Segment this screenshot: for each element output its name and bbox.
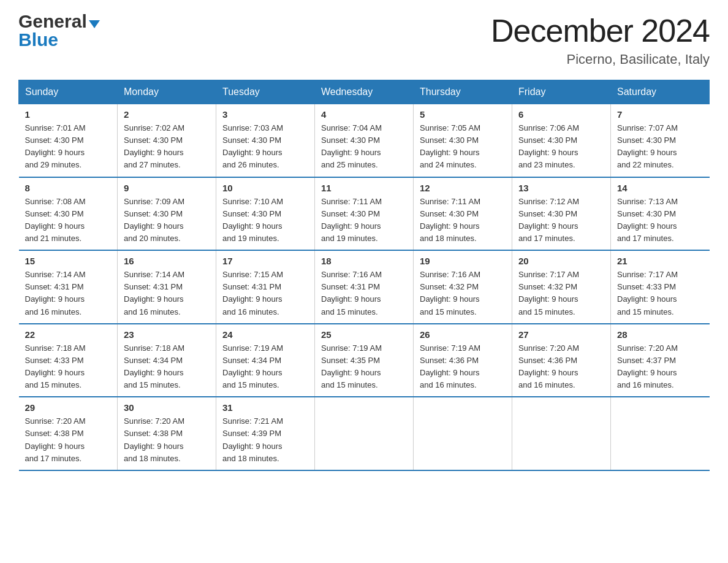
calendar-table: Sunday Monday Tuesday Wednesday Thursday…	[18, 80, 710, 471]
table-row: 27 Sunrise: 7:20 AMSunset: 4:36 PMDaylig…	[512, 324, 611, 397]
day-number: 18	[321, 256, 407, 266]
day-info: Sunrise: 7:01 AMSunset: 4:30 PMDaylight:…	[25, 123, 86, 169]
header-sunday: Sunday	[19, 80, 118, 104]
table-row: 1 Sunrise: 7:01 AMSunset: 4:30 PMDayligh…	[19, 104, 118, 177]
header-thursday: Thursday	[414, 80, 512, 104]
day-info: Sunrise: 7:08 AMSunset: 4:30 PMDaylight:…	[25, 197, 86, 243]
day-number: 15	[25, 256, 112, 266]
table-row: 29 Sunrise: 7:20 AMSunset: 4:38 PMDaylig…	[19, 397, 118, 470]
day-info: Sunrise: 7:14 AMSunset: 4:31 PMDaylight:…	[124, 270, 184, 316]
day-number: 14	[617, 183, 703, 193]
day-number: 22	[25, 329, 112, 340]
title-block: December 2024 Picerno, Basilicate, Italy	[491, 12, 710, 67]
calendar-header-row: Sunday Monday Tuesday Wednesday Thursday…	[19, 80, 710, 104]
day-number: 24	[222, 329, 308, 340]
table-row: 16 Sunrise: 7:14 AMSunset: 4:31 PMDaylig…	[118, 250, 216, 324]
table-row: 20 Sunrise: 7:17 AMSunset: 4:32 PMDaylig…	[512, 250, 611, 324]
table-row: 31 Sunrise: 7:21 AMSunset: 4:39 PMDaylig…	[216, 397, 315, 470]
table-row	[512, 397, 611, 470]
day-info: Sunrise: 7:09 AMSunset: 4:30 PMDaylight:…	[124, 197, 184, 243]
day-info: Sunrise: 7:11 AMSunset: 4:30 PMDaylight:…	[420, 197, 480, 243]
day-number: 20	[518, 256, 604, 266]
day-info: Sunrise: 7:20 AMSunset: 4:38 PMDaylight:…	[25, 416, 86, 462]
table-row: 11 Sunrise: 7:11 AMSunset: 4:30 PMDaylig…	[315, 177, 414, 251]
day-info: Sunrise: 7:21 AMSunset: 4:39 PMDaylight:…	[222, 416, 283, 462]
table-row: 23 Sunrise: 7:18 AMSunset: 4:34 PMDaylig…	[118, 324, 216, 397]
table-row: 28 Sunrise: 7:20 AMSunset: 4:37 PMDaylig…	[611, 324, 710, 397]
table-row: 7 Sunrise: 7:07 AMSunset: 4:30 PMDayligh…	[611, 104, 710, 177]
day-info: Sunrise: 7:16 AMSunset: 4:32 PMDaylight:…	[420, 270, 480, 316]
location-subtitle: Picerno, Basilicate, Italy	[491, 52, 710, 67]
table-row: 30 Sunrise: 7:20 AMSunset: 4:38 PMDaylig…	[118, 397, 216, 470]
logo-blue: Blue	[18, 29, 58, 50]
day-number: 28	[617, 329, 703, 340]
calendar-week-row: 15 Sunrise: 7:14 AMSunset: 4:31 PMDaylig…	[19, 250, 710, 324]
day-info: Sunrise: 7:13 AMSunset: 4:30 PMDaylight:…	[617, 197, 678, 243]
day-number: 23	[124, 329, 210, 340]
table-row	[611, 397, 710, 470]
day-number: 29	[25, 402, 112, 413]
day-number: 9	[124, 183, 210, 193]
calendar-week-row: 1 Sunrise: 7:01 AMSunset: 4:30 PMDayligh…	[19, 104, 710, 177]
day-number: 17	[222, 256, 308, 266]
table-row: 14 Sunrise: 7:13 AMSunset: 4:30 PMDaylig…	[611, 177, 710, 251]
header-wednesday: Wednesday	[315, 80, 414, 104]
table-row: 25 Sunrise: 7:19 AMSunset: 4:35 PMDaylig…	[315, 324, 414, 397]
day-info: Sunrise: 7:18 AMSunset: 4:33 PMDaylight:…	[25, 343, 86, 389]
day-number: 26	[420, 329, 506, 340]
table-row: 15 Sunrise: 7:14 AMSunset: 4:31 PMDaylig…	[19, 250, 118, 324]
table-row: 24 Sunrise: 7:19 AMSunset: 4:34 PMDaylig…	[216, 324, 315, 397]
header-tuesday: Tuesday	[216, 80, 315, 104]
day-info: Sunrise: 7:03 AMSunset: 4:30 PMDaylight:…	[222, 123, 283, 169]
header-friday: Friday	[512, 80, 611, 104]
table-row: 8 Sunrise: 7:08 AMSunset: 4:30 PMDayligh…	[19, 177, 118, 251]
calendar-week-row: 29 Sunrise: 7:20 AMSunset: 4:38 PMDaylig…	[19, 397, 710, 470]
header-monday: Monday	[118, 80, 216, 104]
day-number: 5	[420, 109, 506, 120]
table-row: 6 Sunrise: 7:06 AMSunset: 4:30 PMDayligh…	[512, 104, 611, 177]
calendar-week-row: 8 Sunrise: 7:08 AMSunset: 4:30 PMDayligh…	[19, 177, 710, 251]
table-row: 18 Sunrise: 7:16 AMSunset: 4:31 PMDaylig…	[315, 250, 414, 324]
day-number: 6	[518, 109, 604, 120]
table-row: 26 Sunrise: 7:19 AMSunset: 4:36 PMDaylig…	[414, 324, 512, 397]
day-info: Sunrise: 7:18 AMSunset: 4:34 PMDaylight:…	[124, 343, 184, 389]
day-number: 19	[420, 256, 506, 266]
day-number: 3	[222, 109, 308, 120]
table-row	[315, 397, 414, 470]
logo-general: General	[18, 12, 87, 31]
day-number: 8	[25, 183, 112, 193]
table-row: 13 Sunrise: 7:12 AMSunset: 4:30 PMDaylig…	[512, 177, 611, 251]
day-info: Sunrise: 7:06 AMSunset: 4:30 PMDaylight:…	[518, 123, 579, 169]
day-number: 27	[518, 329, 604, 340]
day-info: Sunrise: 7:20 AMSunset: 4:36 PMDaylight:…	[518, 343, 579, 389]
day-number: 25	[321, 329, 407, 340]
day-info: Sunrise: 7:19 AMSunset: 4:35 PMDaylight:…	[321, 343, 382, 389]
day-info: Sunrise: 7:11 AMSunset: 4:30 PMDaylight:…	[321, 197, 382, 243]
table-row: 12 Sunrise: 7:11 AMSunset: 4:30 PMDaylig…	[414, 177, 512, 251]
day-number: 16	[124, 256, 210, 266]
day-info: Sunrise: 7:05 AMSunset: 4:30 PMDaylight:…	[420, 123, 480, 169]
month-year-title: December 2024	[491, 12, 710, 49]
day-number: 10	[222, 183, 308, 193]
day-number: 4	[321, 109, 407, 120]
day-info: Sunrise: 7:17 AMSunset: 4:33 PMDaylight:…	[617, 270, 678, 316]
page-header: General Blue December 2024 Picerno, Basi…	[18, 12, 710, 67]
table-row	[414, 397, 512, 470]
table-row: 19 Sunrise: 7:16 AMSunset: 4:32 PMDaylig…	[414, 250, 512, 324]
table-row: 2 Sunrise: 7:02 AMSunset: 4:30 PMDayligh…	[118, 104, 216, 177]
day-info: Sunrise: 7:04 AMSunset: 4:30 PMDaylight:…	[321, 123, 382, 169]
day-number: 13	[518, 183, 604, 193]
table-row: 4 Sunrise: 7:04 AMSunset: 4:30 PMDayligh…	[315, 104, 414, 177]
day-number: 11	[321, 183, 407, 193]
table-row: 10 Sunrise: 7:10 AMSunset: 4:30 PMDaylig…	[216, 177, 315, 251]
table-row: 9 Sunrise: 7:09 AMSunset: 4:30 PMDayligh…	[118, 177, 216, 251]
day-number: 1	[25, 109, 112, 120]
day-info: Sunrise: 7:10 AMSunset: 4:30 PMDaylight:…	[222, 197, 283, 243]
day-info: Sunrise: 7:16 AMSunset: 4:31 PMDaylight:…	[321, 270, 382, 316]
header-saturday: Saturday	[611, 80, 710, 104]
day-info: Sunrise: 7:14 AMSunset: 4:31 PMDaylight:…	[25, 270, 86, 316]
table-row: 17 Sunrise: 7:15 AMSunset: 4:31 PMDaylig…	[216, 250, 315, 324]
day-number: 2	[124, 109, 210, 120]
day-info: Sunrise: 7:19 AMSunset: 4:36 PMDaylight:…	[420, 343, 480, 389]
day-info: Sunrise: 7:07 AMSunset: 4:30 PMDaylight:…	[617, 123, 678, 169]
